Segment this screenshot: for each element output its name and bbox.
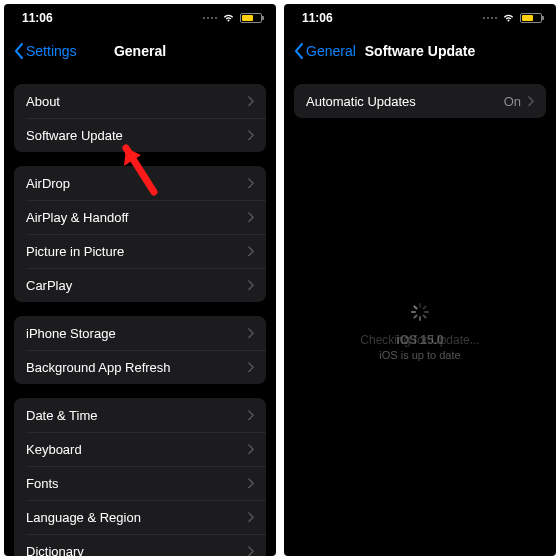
row-label: Automatic Updates [306,94,504,109]
settings-row-language-region[interactable]: Language & Region [14,500,266,534]
phone-left: 11:06 Settings General AboutSoftware Upd… [4,4,276,556]
wifi-icon [222,13,235,23]
settings-row-software-update[interactable]: Software Update [14,118,266,152]
chevron-left-icon [14,43,24,59]
version-text: iOS 15.0 [284,331,556,349]
chevron-right-icon [247,96,254,107]
chevron-right-icon [247,512,254,523]
row-label: Dictionary [26,544,247,557]
row-value: On [504,94,521,109]
chevron-right-icon [247,410,254,421]
row-label: Picture in Picture [26,244,247,259]
chevron-right-icon [247,444,254,455]
status-bar: 11:06 [4,4,276,32]
chevron-right-icon [247,328,254,339]
more-dots-icon [203,17,217,19]
chevron-left-icon [294,43,304,59]
chevron-right-icon [527,96,534,107]
back-label: General [306,43,356,59]
settings-row-dictionary[interactable]: Dictionary [14,534,266,556]
battery-icon [240,13,262,23]
chevron-right-icon [247,178,254,189]
clock: 11:06 [302,11,333,25]
settings-row-background-app-refresh[interactable]: Background App Refresh [14,350,266,384]
row-label: CarPlay [26,278,247,293]
chevron-right-icon [247,130,254,141]
chevron-right-icon [247,246,254,257]
settings-row-picture-in-picture[interactable]: Picture in Picture [14,234,266,268]
settings-row-iphone-storage[interactable]: iPhone Storage [14,316,266,350]
settings-group: AboutSoftware Update [14,84,266,152]
row-label: iPhone Storage [26,326,247,341]
settings-group: Date & TimeKeyboardFontsLanguage & Regio… [14,398,266,556]
row-label: Date & Time [26,408,247,423]
uptodate-text: iOS is up to date [284,347,556,364]
chevron-right-icon [247,478,254,489]
settings-row-airplay-handoff[interactable]: AirPlay & Handoff [14,200,266,234]
row-label: About [26,94,247,109]
phone-right: 11:06 General Software Update Automatic … [284,4,556,556]
chevron-right-icon [247,212,254,223]
back-button[interactable]: General [294,43,356,59]
general-settings-list[interactable]: AboutSoftware UpdateAirDropAirPlay & Han… [4,70,276,556]
wifi-icon [502,13,515,23]
settings-row-airdrop[interactable]: AirDrop [14,166,266,200]
row-label: Fonts [26,476,247,491]
more-dots-icon [483,17,497,19]
back-button[interactable]: Settings [14,43,77,59]
settings-group: AirDropAirPlay & HandoffPicture in Pictu… [14,166,266,302]
status-indicators [203,13,262,23]
back-label: Settings [26,43,77,59]
settings-row-about[interactable]: About [14,84,266,118]
status-indicators [483,13,542,23]
settings-group: iPhone StorageBackground App Refresh [14,316,266,384]
settings-row-fonts[interactable]: Fonts [14,466,266,500]
row-label: AirDrop [26,176,247,191]
software-update-screen: Automatic Updates On Checking for Update… [284,70,556,556]
settings-row-carplay[interactable]: CarPlay [14,268,266,302]
battery-icon [520,13,542,23]
chevron-right-icon [247,546,254,557]
settings-row-keyboard[interactable]: Keyboard [14,432,266,466]
row-label: Software Update [26,128,247,143]
row-label: AirPlay & Handoff [26,210,247,225]
row-label: Language & Region [26,510,247,525]
clock: 11:06 [22,11,53,25]
spinner-icon [411,303,429,321]
nav-bar: General Software Update [284,32,556,70]
row-label: Background App Refresh [26,360,247,375]
row-label: Keyboard [26,442,247,457]
settings-row-date-time[interactable]: Date & Time [14,398,266,432]
update-status: Checking for Update... iOS 15.0 iOS is u… [284,303,556,364]
status-bar: 11:06 [284,4,556,32]
nav-bar: Settings General [4,32,276,70]
automatic-updates-row[interactable]: Automatic Updates On [294,84,546,118]
chevron-right-icon [247,362,254,373]
chevron-right-icon [247,280,254,291]
